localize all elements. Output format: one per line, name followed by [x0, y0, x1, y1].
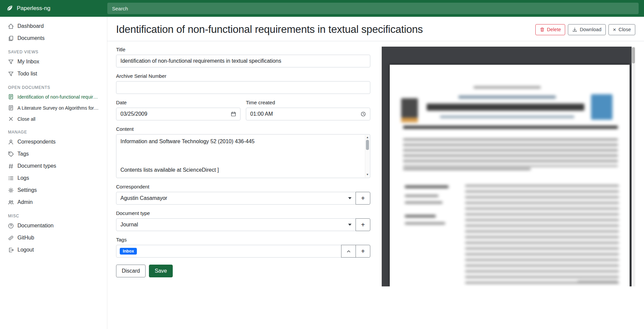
brand[interactable]: Paperless-ng [0, 5, 107, 12]
blurred-line [440, 116, 574, 118]
sidebar-item-documentation[interactable]: Documentation [0, 220, 107, 232]
list-icon [8, 175, 14, 181]
sidebar-item-my-inbox[interactable]: My Inbox [0, 56, 107, 68]
sidebar-item-label: Settings [17, 187, 99, 193]
main-content: Identification of non-functional require… [107, 0, 644, 287]
sidebar-item-label: Close all [17, 116, 99, 122]
top-navbar: Paperless-ng [0, 0, 644, 17]
sidebar-item-correspondents[interactable]: Correspondents [0, 136, 107, 148]
clock-icon[interactable] [361, 111, 366, 117]
caret-down-icon [348, 197, 352, 199]
sidebar-section-manage: MANAGE [8, 130, 99, 134]
add-document-type-button[interactable]: + [356, 218, 370, 231]
sidebar-section-open-documents: OPEN DOCUMENTS [8, 85, 99, 90]
title-input[interactable] [116, 55, 370, 67]
close-button[interactable]: × Close [608, 24, 635, 35]
blurred-journal-cover [591, 94, 612, 120]
tag-icon [8, 151, 14, 157]
add-correspondent-button[interactable]: + [356, 192, 370, 205]
sidebar-item-label: Identification of non-functional require… [17, 94, 99, 100]
download-icon [572, 27, 577, 32]
hash-icon [8, 163, 14, 169]
document-type-value: Journal [120, 222, 138, 228]
people-icon [8, 200, 14, 205]
pdf-page [390, 65, 630, 286]
blurred-line [405, 222, 445, 224]
blurred-line [405, 195, 438, 197]
blurred-title [427, 104, 584, 111]
blurred-pdf-content [390, 65, 630, 286]
sidebar-item-settings[interactable]: Settings [0, 184, 107, 196]
house-icon [8, 23, 14, 29]
person-icon [8, 139, 14, 145]
paperless-leaf-logo-icon [6, 5, 13, 12]
blurred-logo-accent [401, 118, 418, 122]
time-created-input[interactable]: 01:00 AM [246, 108, 370, 120]
sidebar-item-logs[interactable]: Logs [0, 172, 107, 184]
content-line-2: Contents lists available at ScienceDirec… [120, 166, 219, 174]
sidebar-item-label: Logout [17, 247, 99, 253]
file-text-icon [8, 105, 14, 111]
correspondent-value: Agustin Casamayor [120, 195, 167, 201]
add-tag-button[interactable]: + [356, 245, 370, 258]
download-button[interactable]: Download [568, 24, 606, 35]
sidebar-item-label: Todo list [17, 71, 99, 77]
archive-serial-number-input[interactable] [116, 81, 370, 94]
sidebar-item-close-all[interactable]: Close all [0, 113, 107, 124]
file-text-icon [8, 94, 14, 100]
pdf-viewer-background [382, 47, 632, 286]
sidebar-item-documents[interactable]: Documents [0, 32, 107, 44]
content-line-1: Information and Software Technology 52 (… [120, 138, 361, 146]
sidebar-item-label: Documentation [17, 223, 99, 229]
sidebar-item-label: GitHub [17, 235, 99, 241]
sidebar-item-tags[interactable]: Tags [0, 148, 107, 160]
content-scrollbar-thumb[interactable] [366, 140, 369, 150]
tags-dropdown-toggle-button[interactable] [341, 245, 356, 258]
content-label: Content [116, 126, 370, 132]
sidebar-item-label: Logs [17, 175, 99, 181]
document-header: Identification of non-functional require… [107, 17, 644, 41]
blurred-line [459, 96, 556, 99]
documents-icon [8, 36, 14, 41]
document-type-select[interactable]: Journal [116, 218, 356, 231]
save-button[interactable]: Save [149, 265, 172, 277]
date-input[interactable]: 03/25/2009 [116, 108, 240, 120]
pdf-scrollbar-thumb[interactable] [632, 47, 635, 63]
sidebar-item-logout[interactable]: Logout [0, 244, 107, 256]
content-scrollbar[interactable]: ▲ ▼ [365, 135, 370, 177]
close-icon: × [613, 27, 616, 33]
sidebar-item-github[interactable]: GitHub [0, 232, 107, 244]
blurred-paragraph [403, 139, 618, 167]
scroll-up-arrow-icon[interactable]: ▲ [365, 135, 370, 140]
close-button-label: Close [619, 27, 631, 32]
correspondent-select[interactable]: Agustin Casamayor [116, 192, 356, 205]
funnel-icon [8, 71, 14, 77]
blurred-line [405, 202, 442, 204]
sidebar-open-doc-1[interactable]: Identification of non-functional require… [0, 91, 107, 102]
sidebar-item-todo-list[interactable]: Todo list [0, 68, 107, 80]
correspondent-label: Correspondent [116, 184, 370, 189]
sidebar: Dashboard Documents SAVED VIEWS My Inbox… [0, 17, 107, 329]
document-type-label: Document type [116, 210, 370, 216]
funnel-icon [8, 59, 14, 65]
caret-up-icon [346, 249, 351, 254]
search-input[interactable] [107, 3, 639, 14]
tag-badge-inbox[interactable]: Inbox [120, 248, 137, 255]
sidebar-item-dashboard[interactable]: Dashboard [0, 20, 107, 32]
delete-button[interactable]: Delete [535, 24, 566, 35]
sidebar-open-doc-2[interactable]: A Literature Survey on Algorithms for Mu… [0, 102, 107, 113]
sidebar-item-document-types[interactable]: Document types [0, 160, 107, 172]
content-textarea[interactable]: Information and Software Technology 52 (… [116, 134, 370, 178]
blurred-text-block [465, 185, 619, 284]
calendar-icon[interactable] [231, 111, 236, 117]
page-title: Identification of non-functional require… [116, 23, 423, 36]
trash-icon [540, 27, 545, 32]
tags-input[interactable]: Inbox [116, 245, 341, 258]
blurred-line [403, 168, 531, 170]
delete-button-label: Delete [547, 27, 561, 32]
blurred-line [405, 215, 436, 217]
discard-button[interactable]: Discard [116, 265, 146, 277]
pdf-scrollbar[interactable] [632, 47, 635, 286]
scroll-down-arrow-icon[interactable]: ▼ [365, 173, 370, 177]
sidebar-item-admin[interactable]: Admin [0, 196, 107, 208]
